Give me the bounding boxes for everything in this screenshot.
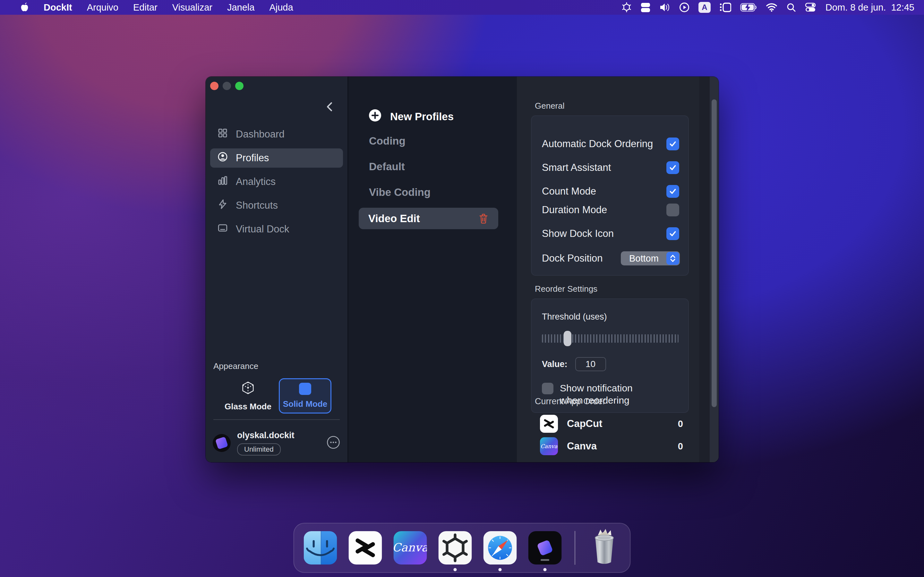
dock-capcut-icon[interactable] (349, 531, 382, 564)
menu-visualizar[interactable]: Visualizar (165, 0, 220, 15)
solid-mode-button[interactable]: Solid Mode (279, 378, 331, 414)
avatar (213, 434, 231, 452)
profile-item-default[interactable]: Default (369, 161, 405, 173)
sidebar-item-label: Shortcuts (236, 200, 278, 211)
collapse-sidebar-button[interactable] (323, 100, 336, 113)
traffic-lights (210, 82, 244, 90)
sidebar-item-profiles[interactable]: Profiles (210, 148, 343, 168)
dock-divider (575, 531, 575, 565)
profile-item-vibe-coding[interactable]: Vibe Coding (369, 186, 431, 198)
stage-manager-icon[interactable] (715, 0, 736, 15)
scrollbar-track[interactable] (710, 77, 719, 462)
canva-use-count: 0 (678, 441, 688, 452)
dock-position-value: Bottom (629, 253, 659, 264)
chatgpt-status-icon[interactable] (617, 0, 636, 15)
spotlight-search-icon[interactable] (782, 0, 800, 15)
slider-ticks (542, 334, 678, 343)
menubar-time[interactable]: 12:45 (889, 2, 916, 13)
close-button[interactable] (210, 82, 218, 90)
scrollbar-gutter (699, 77, 710, 462)
profile-item-label: Video Edit (368, 213, 420, 225)
media-play-icon[interactable] (675, 0, 694, 15)
count-mode-checkbox[interactable] (666, 185, 679, 198)
threshold-thumb[interactable] (564, 331, 572, 346)
app-order-title: Current App Order (535, 396, 606, 406)
sidebar-divider (213, 419, 340, 420)
solid-square-icon (299, 383, 311, 395)
appearance-section: Appearance Glass Mode Solid Mode (213, 361, 340, 414)
input-source-letter: A (698, 2, 711, 13)
setting-row-duration-mode: Duration Mode (542, 203, 684, 217)
volume-icon[interactable] (655, 0, 675, 15)
battery-charging-icon[interactable] (736, 0, 761, 15)
sidebar-item-shortcuts[interactable]: Shortcuts (210, 196, 343, 215)
menu-ajuda[interactable]: Ajuda (262, 0, 300, 15)
minimize-button[interactable] (223, 82, 231, 90)
scrollbar-thumb[interactable] (712, 99, 717, 407)
zoom-button[interactable] (235, 82, 244, 90)
select-chevrons-icon (666, 252, 679, 265)
profile-item-video-edit[interactable]: Video Edit (359, 208, 498, 229)
dock-chatgpt-icon[interactable] (439, 531, 472, 564)
account-name: olyskal.dockit (237, 430, 294, 440)
menubar-date[interactable]: Dom. 8 de jun. (821, 2, 889, 13)
window-manager-icon[interactable] (636, 0, 655, 15)
sidebar-item-analytics[interactable]: Analytics (210, 172, 343, 191)
menu-janela[interactable]: Janela (220, 0, 262, 15)
menubar-app-name[interactable]: DockIt (36, 0, 79, 15)
control-center-icon[interactable] (800, 0, 821, 15)
delete-profile-button[interactable] (478, 213, 489, 224)
duration-mode-checkbox[interactable] (666, 203, 679, 216)
setting-row-automatic-dock-ordering: Automatic Dock Ordering (542, 137, 684, 151)
capcut-use-count: 0 (678, 419, 688, 429)
sidebar-item-label: Virtual Dock (236, 223, 289, 235)
menu-editar[interactable]: Editar (126, 0, 165, 15)
capcut-app-icon (540, 415, 558, 433)
threshold-slider[interactable] (542, 331, 678, 346)
profile-item-coding[interactable]: Coding (369, 135, 405, 147)
sidebar-item-virtual-dock[interactable]: Virtual Dock (210, 219, 343, 239)
dockit-window: Dashboard Profiles Analytics Shortcuts V… (206, 77, 719, 462)
person-icon (217, 151, 228, 165)
account-row: olyskal.dockit Unlimited (213, 430, 341, 456)
app-order-row-capcut[interactable]: CapCut 0 (540, 414, 688, 434)
canva-app-icon: Canva (540, 437, 558, 455)
wifi-icon[interactable] (761, 0, 782, 15)
new-profiles-label: New Profiles (390, 111, 454, 123)
automatic-dock-ordering-checkbox[interactable] (666, 137, 679, 150)
app-order-row-canva[interactable]: Canva Canva 0 (540, 436, 688, 456)
sidebar-nav: Dashboard Profiles Analytics Shortcuts V… (210, 125, 343, 239)
dock-safari-icon[interactable] (483, 531, 517, 564)
value-label: Value: (542, 359, 567, 369)
show-notification-checkbox[interactable] (542, 383, 553, 394)
sidebar-item-label: Dashboard (236, 129, 284, 140)
solid-mode-label: Solid Mode (283, 399, 328, 409)
svg-text:Canva: Canva (394, 541, 427, 554)
setting-row-count-mode: Count Mode (542, 185, 684, 198)
bar-chart-icon (217, 175, 228, 189)
threshold-label: Threshold (uses) (542, 312, 678, 322)
show-dock-icon-checkbox[interactable] (666, 227, 679, 240)
new-profiles-button[interactable]: New Profiles (368, 109, 454, 125)
account-more-button[interactable] (326, 435, 341, 451)
desktop: { "menu_bar": { "app_name": "DockIt", "m… (0, 0, 924, 577)
input-source-icon[interactable]: A (694, 0, 715, 15)
sidebar-item-dashboard[interactable]: Dashboard (210, 125, 343, 144)
lightning-icon (217, 199, 228, 212)
glass-mode-button[interactable]: Glass Mode (222, 378, 274, 414)
dock-position-select[interactable]: Bottom (621, 251, 680, 266)
dock-finder-icon[interactable] (304, 531, 337, 564)
reorder-section-title: Reorder Settings (535, 284, 689, 294)
apple-menu-icon[interactable] (13, 0, 36, 15)
dock-trash-icon[interactable] (588, 528, 620, 566)
sidebar-item-label: Profiles (236, 152, 269, 164)
menu-bar: DockIt Arquivo Editar Visualizar Janela … (0, 0, 924, 15)
threshold-value-field[interactable]: 10 (575, 357, 606, 371)
menu-arquivo[interactable]: Arquivo (79, 0, 126, 15)
dock-dockit-icon[interactable] (528, 531, 562, 564)
glass-cube-icon (241, 380, 255, 398)
setting-row-show-dock-icon: Show Dock Icon (542, 227, 684, 240)
reorder-card: Threshold (uses) Value: 10 Show notifica… (531, 298, 689, 413)
dock-canva-icon[interactable]: Canva (394, 531, 427, 564)
smart-assistant-checkbox[interactable] (666, 161, 679, 174)
